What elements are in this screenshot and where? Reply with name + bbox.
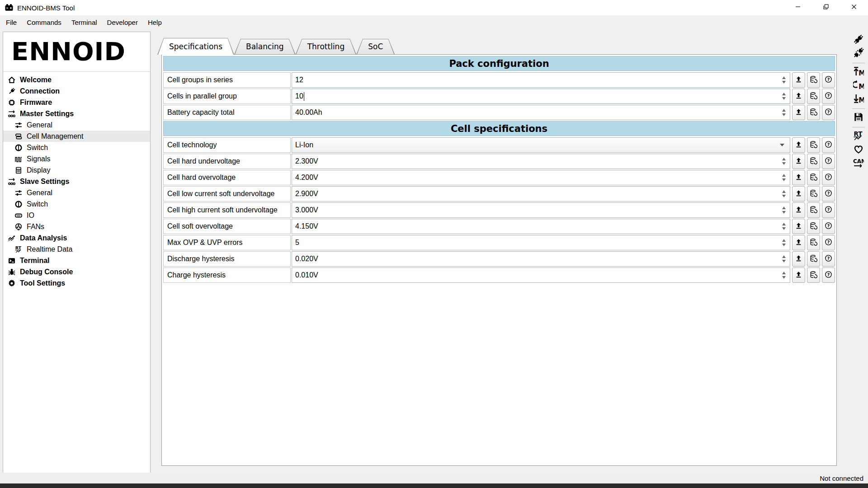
menu-developer[interactable]: Developer [102, 15, 143, 29]
write-value-button[interactable] [792, 235, 805, 250]
spinner[interactable] [778, 206, 790, 214]
setting-input-cell-soft-overvoltage[interactable]: 4.150V [292, 219, 790, 234]
spinner[interactable] [778, 190, 790, 197]
setting-input-max-ovp-uvp-errors[interactable]: 5 [292, 235, 790, 250]
spinner[interactable] [778, 93, 790, 100]
spinner[interactable] [778, 174, 790, 181]
write-value-button[interactable] [792, 72, 805, 88]
tab-balancing[interactable]: Balancing [234, 39, 296, 54]
sidebar-item-master-settings[interactable]: Master Settings [3, 108, 150, 119]
write-value-button[interactable] [792, 137, 805, 153]
help-button[interactable]: ? [822, 137, 835, 153]
sidebar-item-fans[interactable]: FANs [3, 221, 150, 232]
spinner[interactable] [778, 158, 790, 165]
help-button[interactable]: ? [822, 219, 835, 234]
sidebar-item-display[interactable]: Display [3, 164, 150, 176]
sidebar-item-switch[interactable]: Switch [3, 198, 150, 210]
restore-default-button[interactable] [807, 105, 820, 120]
sidebar-item-tool-settings[interactable]: Tool Settings [3, 277, 150, 289]
sidebar-item-cell-management[interactable]: Cell Management [3, 131, 150, 142]
help-button[interactable]: ? [822, 251, 835, 267]
sidebar-item-welcome[interactable]: Welcome [3, 74, 150, 85]
sidebar-item-data-analysis[interactable]: Data Analysis [3, 232, 150, 244]
sidebar-item-label: Welcome [20, 76, 52, 84]
menu-terminal[interactable]: Terminal [66, 15, 102, 29]
reload-config-button[interactable]: M [851, 79, 866, 93]
sidebar-item-signals[interactable]: Signals [3, 153, 150, 164]
help-button[interactable]: ? [822, 72, 835, 88]
can-forward-button[interactable]: CAN [851, 157, 866, 170]
sidebar-item-firmware[interactable]: Firmware [3, 97, 150, 108]
help-button[interactable]: ? [822, 170, 835, 185]
restore-default-button[interactable] [807, 186, 820, 202]
setting-input-cell-high-current-soft-undervoltage[interactable]: 3.000V [292, 202, 790, 218]
help-button[interactable]: ? [822, 235, 835, 250]
help-button[interactable]: ? [822, 202, 835, 218]
help-button[interactable]: ? [822, 89, 835, 104]
setting-input-cell-hard-overvoltage[interactable]: 4.200V [292, 170, 790, 185]
save-button[interactable] [851, 111, 866, 125]
tab-soc[interactable]: SoC [356, 39, 395, 54]
help-button[interactable]: ? [822, 267, 835, 283]
help-button[interactable]: ? [822, 186, 835, 202]
close-button[interactable] [840, 0, 868, 15]
spinner[interactable] [778, 76, 790, 84]
write-config-button[interactable]: M [851, 66, 866, 79]
realtime-button[interactable]: RT [851, 130, 866, 143]
setting-input-charge-hysteresis[interactable]: 0.010V [292, 267, 790, 283]
help-button[interactable]: ? [822, 154, 835, 169]
setting-input-battery-capacity-total[interactable]: 40.00Ah [292, 105, 790, 120]
restore-default-button[interactable] [807, 72, 820, 88]
sidebar-item-switch[interactable]: Switch [3, 142, 150, 153]
tab-throttling[interactable]: Throttling [296, 39, 357, 54]
restore-button[interactable] [812, 0, 840, 15]
menu-file[interactable]: File [1, 15, 22, 29]
restore-default-button[interactable] [807, 154, 820, 169]
favorite-button[interactable] [851, 143, 866, 157]
write-value-button[interactable] [792, 267, 805, 283]
write-value-button[interactable] [792, 202, 805, 218]
spinner[interactable] [778, 109, 790, 116]
read-config-button[interactable]: M [851, 93, 866, 106]
restore-default-button[interactable] [807, 251, 820, 267]
spinner[interactable] [778, 223, 790, 230]
setting-select-cell-technology[interactable]: Li-Ion [292, 137, 790, 153]
menu-help[interactable]: Help [143, 15, 167, 29]
write-value-button[interactable] [792, 170, 805, 185]
tab-specifications[interactable]: Specifications [157, 38, 234, 55]
write-value-button[interactable] [792, 186, 805, 202]
spinner[interactable] [778, 255, 790, 263]
setting-input-cells-in-parallel-group[interactable]: 10 [292, 89, 790, 104]
restore-default-button[interactable] [807, 89, 820, 104]
write-value-button[interactable] [792, 154, 805, 169]
restore-default-button[interactable] [807, 235, 820, 250]
sidebar-item-general[interactable]: General [3, 119, 150, 131]
connect-button[interactable] [851, 33, 866, 47]
minimize-button[interactable] [784, 0, 812, 15]
write-value-button[interactable] [792, 105, 805, 120]
sidebar-item-general[interactable]: General [3, 187, 150, 198]
sidebar-item-connection[interactable]: Connection [3, 85, 150, 97]
spinner[interactable] [778, 239, 790, 246]
sidebar-item-io[interactable]: IO [3, 210, 150, 221]
write-value-button[interactable] [792, 219, 805, 234]
help-button[interactable]: ? [822, 105, 835, 120]
restore-default-button[interactable] [807, 170, 820, 185]
restore-default-button[interactable] [807, 202, 820, 218]
setting-input-discharge-hysteresis[interactable]: 0.020V [292, 251, 790, 267]
setting-input-cell-hard-undervoltage[interactable]: 2.300V [292, 154, 790, 169]
sidebar-item-terminal[interactable]: Terminal [3, 255, 150, 266]
menu-commands[interactable]: Commands [22, 15, 66, 29]
setting-input-cell-groups-in-series[interactable]: 12 [292, 72, 790, 88]
restore-default-button[interactable] [807, 219, 820, 234]
sidebar-item-realtime-data[interactable]: RTRealtime Data [3, 244, 150, 255]
setting-input-cell-low-current-soft-undervoltage[interactable]: 2.900V [292, 186, 790, 202]
restore-default-button[interactable] [807, 137, 820, 153]
sidebar-item-slave-settings[interactable]: Slave Settings [3, 176, 150, 187]
write-value-button[interactable] [792, 89, 805, 104]
spinner[interactable] [778, 272, 790, 279]
write-value-button[interactable] [792, 251, 805, 267]
sidebar-item-debug-console[interactable]: Debug Console [3, 266, 150, 277]
disconnect-button[interactable] [851, 47, 866, 61]
restore-default-button[interactable] [807, 267, 820, 283]
